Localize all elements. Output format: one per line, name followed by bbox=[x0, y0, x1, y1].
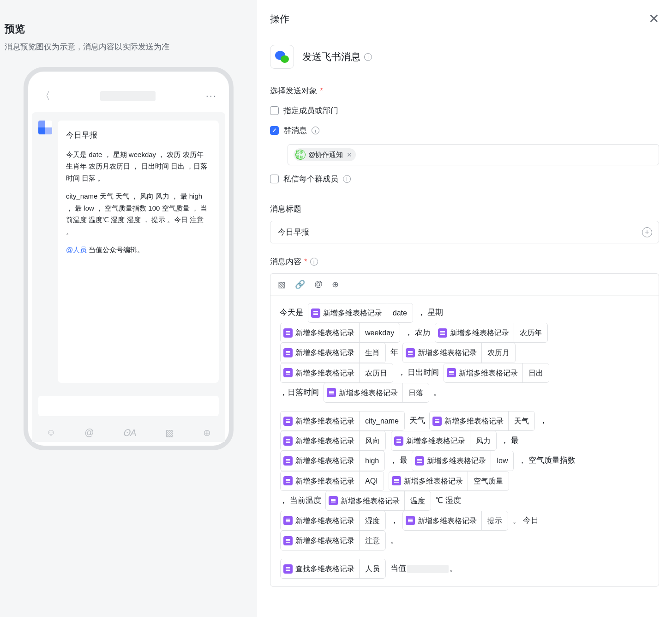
token-temp[interactable]: 新增多维表格记录温度 bbox=[325, 491, 431, 511]
option-group[interactable]: 群消息i bbox=[270, 122, 659, 142]
option-members[interactable]: 指定成员或部门 bbox=[270, 103, 659, 122]
token-sunset[interactable]: 新增多维表格记录日落 bbox=[324, 383, 429, 403]
preview-subtitle: 消息预览图仅为示意，消息内容以实际发送为准 bbox=[5, 42, 252, 52]
token-aqi[interactable]: 新增多维表格记录AQI bbox=[280, 471, 384, 491]
info-icon[interactable]: i bbox=[343, 175, 351, 183]
info-icon[interactable]: i bbox=[312, 127, 319, 134]
mention[interactable]: @人员 bbox=[66, 246, 87, 254]
token-weather[interactable]: 新增多维表格记录天气 bbox=[429, 411, 535, 431]
redacted-text bbox=[407, 565, 449, 573]
checkbox-members[interactable] bbox=[270, 106, 279, 115]
back-icon[interactable]: 〈 bbox=[40, 89, 50, 103]
at-icon[interactable]: @ bbox=[84, 427, 94, 438]
token-lunar-month[interactable]: 新增多维表格记录农历月 bbox=[402, 343, 516, 363]
group-chip-input[interactable]: 协作通知 @协作通知 ✕ bbox=[288, 144, 659, 165]
token-low[interactable]: 新增多维表格记录low bbox=[412, 451, 514, 471]
content-label: 消息内容*i bbox=[270, 256, 659, 267]
card-paragraph-2: city_name 天气 天气 ， 风向 风力 ， 最 high ， 最 low… bbox=[66, 190, 210, 237]
link-icon[interactable]: 🔗 bbox=[295, 279, 305, 290]
more-icon[interactable]: ··· bbox=[206, 90, 217, 102]
preview-panel: 预览 消息预览图仅为示意，消息内容以实际发送为准 〈 ··· 今日早报 今天是 … bbox=[0, 0, 257, 617]
card-paragraph-3: @人员 当值公众号编辑。 bbox=[66, 244, 210, 256]
image-icon[interactable]: ▧ bbox=[278, 279, 286, 290]
title-placeholder bbox=[100, 91, 156, 101]
chip-remove-icon[interactable]: ✕ bbox=[347, 151, 352, 158]
content-body[interactable]: 今天是 新增多维表格记录date ， 星期 新增多维表格记录weekday ， … bbox=[270, 296, 659, 586]
action-icon bbox=[270, 45, 294, 69]
action-title: 发送飞书消息i bbox=[302, 50, 372, 63]
token-lunar-year[interactable]: 新增多维表格记录农历年 bbox=[435, 323, 548, 343]
target-label: 选择发送对象* bbox=[270, 85, 659, 96]
token-notice[interactable]: 新增多维表格记录注意 bbox=[280, 531, 386, 550]
close-icon[interactable]: ✕ bbox=[648, 11, 659, 26]
token-air[interactable]: 新增多维表格记录空气质量 bbox=[389, 471, 509, 491]
content-box: ▧ 🔗 @ ⊕ 今天是 新增多维表格记录date ， 星期 新增多维表格记录we… bbox=[270, 273, 659, 587]
token-sunrise[interactable]: 新增多维表格记录日出 bbox=[444, 363, 549, 383]
at-icon[interactable]: @ bbox=[314, 279, 323, 290]
token-tip[interactable]: 新增多维表格记录提示 bbox=[402, 511, 508, 531]
title-label: 消息标题 bbox=[270, 204, 659, 214]
token-date[interactable]: 新增多维表格记录date bbox=[308, 303, 413, 323]
emoji-icon[interactable]: ☺ bbox=[46, 427, 55, 438]
plus-icon[interactable]: + bbox=[642, 227, 652, 237]
image-icon[interactable]: ▧ bbox=[165, 427, 174, 438]
panel-title: 操作 bbox=[270, 12, 289, 25]
card-title: 今日早报 bbox=[66, 129, 210, 142]
info-icon[interactable]: i bbox=[310, 258, 318, 266]
token-zodiac[interactable]: 新增多维表格记录生肖 bbox=[280, 343, 386, 363]
content-toolbar: ▧ 🔗 @ ⊕ bbox=[270, 274, 659, 296]
token-humidity[interactable]: 新增多维表格记录湿度 bbox=[280, 511, 386, 531]
title-input[interactable]: 今日早报 + bbox=[270, 221, 659, 243]
message-card: 今日早报 今天是 date ， 星期 weekday ， 农历 农历年 生肖年 … bbox=[58, 121, 219, 383]
phone-input[interactable] bbox=[38, 396, 219, 416]
plus-icon[interactable]: ⊕ bbox=[332, 279, 339, 290]
token-weekday[interactable]: 新增多维表格记录weekday bbox=[280, 323, 400, 343]
token-person[interactable]: 查找多维表格记录人员 bbox=[280, 559, 386, 579]
format-icon[interactable]: ʘA bbox=[123, 427, 136, 438]
checkbox-group[interactable] bbox=[270, 126, 279, 135]
phone-frame: 〈 ··· 今日早报 今天是 date ， 星期 weekday ， 农历 农历… bbox=[24, 67, 234, 450]
checkbox-dm[interactable] bbox=[270, 175, 279, 183]
group-avatar: 协作通知 bbox=[295, 150, 306, 160]
token-wind-dir[interactable]: 新增多维表格记录风向 bbox=[280, 431, 386, 451]
add-icon[interactable]: ⊕ bbox=[203, 427, 211, 438]
card-paragraph-1: 今天是 date ， 星期 weekday ， 农历 农历年 生肖年 农历月农历… bbox=[66, 149, 210, 184]
group-chip[interactable]: 协作通知 @协作通知 ✕ bbox=[294, 148, 356, 161]
info-icon[interactable]: i bbox=[364, 53, 372, 61]
token-wind-force[interactable]: 新增多维表格记录风力 bbox=[391, 431, 497, 451]
app-icon bbox=[38, 121, 52, 134]
token-high[interactable]: 新增多维表格记录high bbox=[280, 451, 385, 471]
token-lunar-day[interactable]: 新增多维表格记录农历日 bbox=[280, 363, 393, 383]
token-city[interactable]: 新增多维表格记录city_name bbox=[280, 411, 405, 431]
option-dm[interactable]: 私信每个群成员i bbox=[270, 171, 659, 191]
phone-toolbar: ☺ @ ʘA ▧ ⊕ bbox=[32, 421, 225, 442]
config-panel: 操作 ✕ 发送飞书消息i 选择发送对象* 指定成员或部门 群消息i 协作通知 @… bbox=[257, 0, 672, 617]
preview-title: 预览 bbox=[5, 22, 252, 42]
